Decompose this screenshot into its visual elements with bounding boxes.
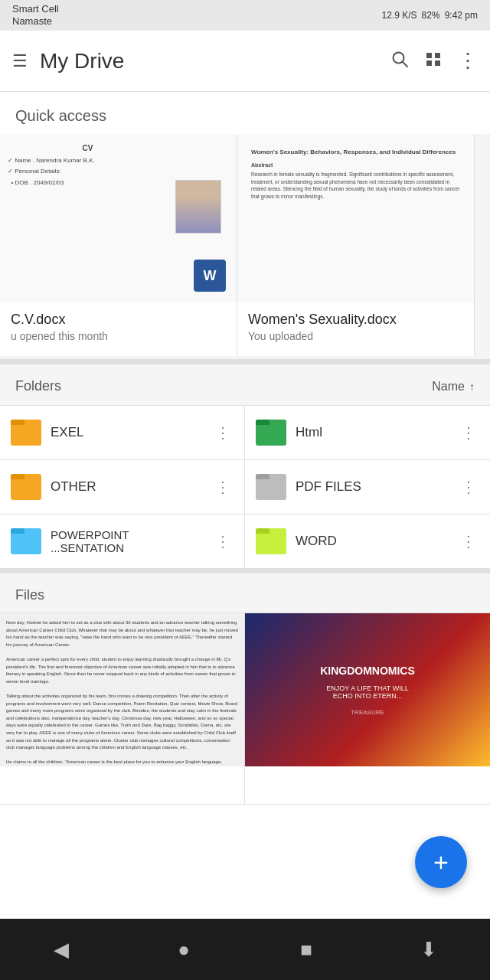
folder-more-exel[interactable]: ⋮ — [212, 420, 234, 445]
status-bar: Smart Cell Namaste 12.9 K/S 82% 9:42 pm — [0, 0, 490, 31]
folder-more-pdf[interactable]: ⋮ — [458, 475, 479, 499]
svg-rect-4 — [426, 60, 432, 66]
cv-filename: C.V.docx — [11, 312, 226, 328]
sexuality-card-info: Women's Sexuality.docx You uploaded — [237, 302, 474, 351]
nav-back-button[interactable]: ◀ — [38, 938, 84, 962]
folders-header: Folders Name ↑ — [0, 364, 490, 405]
nav-home-button[interactable]: ● — [161, 938, 207, 962]
sort-label: Name — [432, 380, 465, 394]
svg-rect-2 — [426, 53, 432, 58]
cv-card-info: C.V.docx u opened this month — [0, 302, 237, 351]
cv-preview: CV ✓ Name . Narendra Kumar B.K. ✓ Person… — [0, 134, 237, 302]
file-preview-text: Next day, Hodnet he asked him to set as … — [0, 613, 244, 766]
folder-icon-pdf — [256, 474, 286, 500]
cv-meta: u opened this month — [11, 330, 226, 342]
sexuality-meta: You uploaded — [248, 330, 463, 342]
more-options-button[interactable]: ⋮ — [458, 49, 478, 73]
folder-item-other[interactable]: OTHER ⋮ — [0, 460, 245, 514]
file-text-content: Next day, Hodnet he asked him to set as … — [6, 619, 238, 766]
folder-name-other: OTHER — [51, 479, 203, 495]
sexuality-filename: Women's Sexuality.docx — [248, 312, 463, 328]
folder-item-pdf[interactable]: PDF FILES ⋮ — [245, 460, 490, 514]
folder-icon-powerpoint — [11, 528, 41, 554]
folder-icon-exel — [11, 420, 41, 446]
carrier-name: Smart Cell — [12, 3, 59, 15]
time: 9:42 pm — [445, 10, 478, 21]
book-extra: TREASURE — [351, 709, 384, 716]
folder-icon-html — [256, 420, 286, 446]
folder-item-word[interactable]: WORD ⋮ — [245, 514, 490, 569]
book-cover: KINGDOMNOMICS ENJOY A LIFE THAT WILLECHO… — [245, 613, 490, 766]
network-speed: 12.9 K/S — [382, 10, 417, 21]
files-header: Files — [0, 569, 490, 612]
nav-download-button[interactable]: ⬇ — [406, 938, 452, 962]
word-badge: W — [194, 260, 226, 292]
folder-more-html[interactable]: ⋮ — [458, 420, 479, 445]
folder-item-html[interactable]: Html ⋮ — [245, 406, 490, 460]
files-grid: Next day, Hodnet he asked him to set as … — [0, 612, 490, 805]
folder-more-word[interactable]: ⋮ — [458, 529, 479, 554]
quick-access-card-cv[interactable]: CV ✓ Name . Narendra Kumar B.K. ✓ Person… — [0, 134, 237, 356]
nav-recents-button[interactable]: ■ — [283, 938, 329, 962]
quick-access-card-sexuality[interactable]: Women's Sexuality: Behaviors, Responses,… — [237, 134, 475, 356]
folder-name-word: WORD — [296, 534, 449, 549]
folder-name-pdf: PDF FILES — [296, 479, 449, 495]
folder-name-powerpoint: POWERPOINT ...SENTATION — [51, 528, 203, 554]
menu-button[interactable]: ☰ — [12, 53, 28, 70]
svg-rect-5 — [435, 60, 440, 66]
status-right: 12.9 K/S 82% 9:42 pm — [382, 10, 478, 21]
folder-grid: EXEL ⋮ Html ⋮ OTHER ⋮ PDF FILES ⋮ POWERP… — [0, 405, 490, 569]
cv-photo — [175, 180, 221, 234]
file-preview-book: KINGDOMNOMICS ENJOY A LIFE THAT WILLECHO… — [245, 613, 490, 766]
sexuality-preview-text: Women's Sexuality: Behaviors, Responses,… — [245, 142, 466, 207]
carrier-namaste: Namaste — [12, 15, 59, 28]
book-subtitle: ENJOY A LIFE THAT WILLECHO INTO ETERN... — [326, 684, 408, 700]
fab-plus-icon: + — [433, 849, 449, 875]
folder-name-exel: EXEL — [51, 425, 203, 440]
folder-name-html: Html — [296, 425, 449, 440]
carrier-info: Smart Cell Namaste — [12, 3, 59, 27]
app-bar-icons: ⋮ — [390, 49, 478, 73]
folder-icon-other — [11, 474, 41, 500]
list-view-button[interactable] — [424, 50, 443, 73]
svg-line-1 — [403, 61, 408, 67]
file-card-book[interactable]: KINGDOMNOMICS ENJOY A LIFE THAT WILLECHO… — [245, 613, 490, 805]
fab-add-button[interactable]: + — [415, 836, 467, 888]
sort-arrow-icon: ↑ — [469, 381, 475, 393]
folder-icon-word — [256, 528, 286, 554]
file-card-text[interactable]: Next day, Hodnet he asked him to set as … — [0, 613, 245, 805]
folders-label: Folders — [15, 378, 61, 394]
search-button[interactable] — [390, 50, 409, 73]
quick-access-row: CV ✓ Name . Narendra Kumar B.K. ✓ Person… — [0, 134, 490, 360]
quick-access-header: Quick access — [0, 92, 490, 134]
book-title: KINGDOMNOMICS — [320, 664, 415, 678]
folder-more-powerpoint[interactable]: ⋮ — [212, 529, 234, 554]
bottom-navigation: ◀ ● ■ ⬇ — [0, 919, 490, 980]
app-bar: ☰ My Drive ⋮ — [0, 31, 490, 92]
battery: 82% — [422, 10, 440, 21]
page-title: My Drive — [40, 49, 390, 74]
folder-more-other[interactable]: ⋮ — [212, 475, 234, 499]
sexuality-preview: Women's Sexuality: Behaviors, Responses,… — [237, 134, 474, 302]
sort-button[interactable]: Name ↑ — [432, 380, 475, 394]
folder-item-powerpoint[interactable]: POWERPOINT ...SENTATION ⋮ — [0, 514, 245, 569]
svg-rect-3 — [435, 53, 440, 58]
folder-item-exel[interactable]: EXEL ⋮ — [0, 406, 245, 460]
